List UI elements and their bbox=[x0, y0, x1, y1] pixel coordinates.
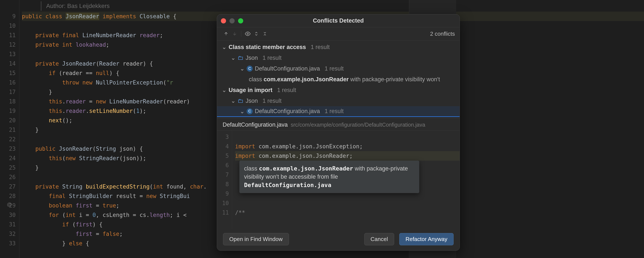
open-in-find-button[interactable]: Open in Find Window bbox=[223, 233, 289, 245]
preview-line bbox=[235, 132, 460, 142]
editor-gutter: 9 10 11 12 13 14 15 16 17 18 19 20 21 22… bbox=[0, 0, 19, 258]
dialog-button-bar: Open in Find Window Cancel Refactor Anyw… bbox=[217, 229, 460, 250]
next-occurrence-icon[interactable] bbox=[230, 30, 239, 38]
chevron-down-icon[interactable]: ⌄ bbox=[222, 44, 226, 51]
tree-group[interactable]: ⌄ Class static member access 1 result bbox=[217, 42, 460, 52]
tree-file-selected[interactable]: ⌄ C DefaultConfiguration.java 1 result bbox=[217, 106, 460, 117]
chevron-down-icon[interactable]: ⌄ bbox=[231, 54, 236, 61]
preview-line bbox=[235, 198, 460, 208]
svg-point-0 bbox=[247, 33, 248, 35]
dialog-title: Conflicts Detected bbox=[217, 15, 460, 27]
results-tree[interactable]: ⌄ Class static member access 1 result ⌄ … bbox=[217, 40, 460, 118]
folder-icon: 🗀 bbox=[238, 97, 244, 104]
conflicts-dialog: Conflicts Detected 2 conflicts ⌄ Class s… bbox=[217, 14, 460, 251]
preview-icon[interactable] bbox=[244, 30, 252, 38]
tree-package[interactable]: ⌄ 🗀 Json 1 result bbox=[217, 52, 460, 63]
refactor-anyway-button[interactable]: Refactor Anyway bbox=[399, 233, 454, 245]
conflict-tooltip: class com.example.json.JsonReader with p… bbox=[239, 161, 419, 193]
class-icon: C bbox=[247, 66, 253, 72]
chevron-down-icon[interactable]: ⌄ bbox=[240, 65, 244, 72]
chevron-down-icon[interactable]: ⌄ bbox=[231, 97, 236, 104]
tree-usage[interactable]: class com.example.json.JsonReader with p… bbox=[217, 74, 460, 85]
dialog-toolbar: 2 conflicts bbox=[217, 27, 460, 40]
author-annotation: Author: Bas Leijdekkers bbox=[41, 1, 110, 11]
preview-gutter: 3 4 5 6 7 8 9 10 11 bbox=[217, 131, 232, 229]
window-minimize-icon bbox=[230, 18, 235, 24]
preview-header: DefaultConfiguration.java src/com/exampl… bbox=[217, 118, 460, 131]
collapse-all-icon[interactable] bbox=[260, 30, 269, 38]
class-icon: C bbox=[247, 108, 253, 114]
cancel-button[interactable]: Cancel bbox=[364, 233, 394, 245]
window-maximize-icon[interactable] bbox=[238, 18, 243, 24]
tree-file[interactable]: ⌄ C DefaultConfiguration.java 1 result bbox=[217, 63, 460, 74]
window-close-icon[interactable] bbox=[221, 18, 226, 24]
tree-group[interactable]: ⌄ Usage in import 1 result bbox=[217, 85, 460, 95]
conflict-count: 2 conflicts bbox=[430, 31, 455, 37]
expand-all-icon[interactable] bbox=[252, 30, 260, 38]
preview-line: /** bbox=[235, 208, 460, 217]
preview-line: import com.example.json.JsonException; bbox=[235, 142, 460, 151]
preview-line: import com.example.json.JsonReader; bbox=[235, 151, 460, 161]
preview-code[interactable]: 3 4 5 6 7 8 9 10 11 import com.example.j… bbox=[217, 131, 460, 229]
gutter-marker-icon: @ bbox=[7, 202, 12, 207]
folder-icon: 🗀 bbox=[238, 54, 244, 61]
chevron-down-icon[interactable]: ⌄ bbox=[240, 108, 244, 115]
prev-occurrence-icon[interactable] bbox=[222, 30, 230, 38]
chevron-down-icon[interactable]: ⌄ bbox=[222, 87, 226, 93]
tree-package[interactable]: ⌄ 🗀 Json 1 result bbox=[217, 95, 460, 106]
code-line bbox=[22, 2, 644, 12]
